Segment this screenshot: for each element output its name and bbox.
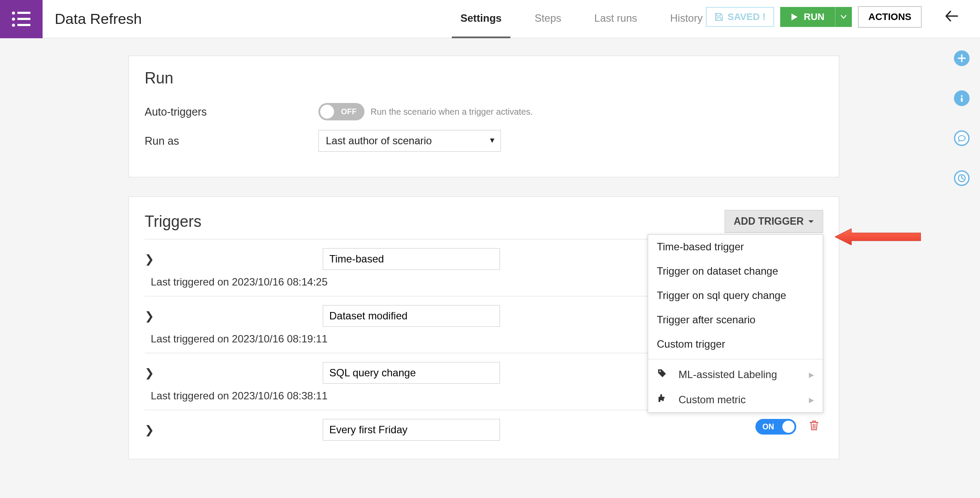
actions-label: ACTIONS: [868, 11, 911, 22]
chevron-right-icon: ▸: [809, 369, 814, 381]
clock-icon: [957, 173, 967, 183]
auto-triggers-label: Auto-triggers: [145, 106, 318, 118]
auto-triggers-row: Auto-triggers OFF Run the scenario when …: [145, 103, 823, 120]
header-buttons: SAVED ! RUN ACTIONS: [706, 6, 958, 28]
run-as-label: Run as: [145, 135, 318, 147]
trigger-name-input[interactable]: [323, 305, 500, 327]
rail-history-button[interactable]: [954, 170, 970, 186]
run-heading: Run: [145, 69, 823, 87]
run-label: RUN: [804, 11, 824, 23]
tag-icon: [656, 368, 668, 381]
auto-triggers-toggle[interactable]: OFF: [318, 103, 364, 120]
dropdown-sub-ml-labeling[interactable]: ML-assisted Labeling ▸: [648, 362, 823, 387]
list-icon: [11, 10, 31, 28]
tab-history[interactable]: History: [670, 12, 703, 26]
trigger-item: ❯ON: [145, 410, 823, 455]
auto-triggers-hint: Run the scenario when a trigger activate…: [371, 107, 533, 117]
dropdown-item-custom[interactable]: Custom trigger: [648, 332, 823, 356]
dropdown-item-after-scenario[interactable]: Trigger after scenario: [648, 308, 823, 332]
caret-down-icon: [808, 219, 814, 224]
run-as-select[interactable]: Last author of scenario: [318, 130, 501, 152]
trigger-name-input[interactable]: [323, 248, 500, 270]
svg-rect-5: [17, 24, 30, 26]
chat-icon: [957, 134, 966, 143]
svg-point-4: [12, 23, 15, 27]
triggers-header: Triggers ADD TRIGGER Time-based trigger …: [145, 210, 823, 239]
right-rail: [954, 50, 970, 186]
toggle-knob: [782, 421, 795, 433]
run-as-value: Last author of scenario: [326, 135, 432, 146]
info-icon: [958, 94, 966, 102]
dropdown-item-dataset-change[interactable]: Trigger on dataset change: [648, 259, 823, 283]
tab-steps[interactable]: Steps: [535, 12, 561, 26]
triggers-section: Triggers ADD TRIGGER Time-based trigger …: [129, 196, 839, 459]
rail-chat-button[interactable]: [954, 130, 970, 146]
svg-point-9: [659, 371, 661, 372]
toggle-state: OFF: [341, 107, 357, 116]
add-trigger-button[interactable]: ADD TRIGGER: [725, 210, 823, 233]
svg-point-0: [12, 11, 15, 14]
dropdown-sub-custom-metric[interactable]: Custom metric ▸: [648, 387, 823, 412]
saved-indicator: SAVED !: [706, 7, 775, 27]
rail-add-button[interactable]: [954, 50, 970, 66]
saved-label: SAVED !: [728, 11, 766, 23]
add-trigger-label: ADD TRIGGER: [734, 216, 804, 227]
trash-icon: [809, 420, 819, 431]
expand-chevron[interactable]: ❯: [145, 366, 159, 380]
tab-last-runs[interactable]: Last runs: [594, 12, 637, 26]
run-button-group: RUN: [780, 7, 852, 27]
svg-point-2: [12, 17, 15, 20]
add-trigger-dropdown: Time-based trigger Trigger on dataset ch…: [648, 234, 823, 413]
expand-chevron[interactable]: ❯: [145, 252, 159, 266]
caret-down-icon: [841, 15, 847, 19]
back-arrow[interactable]: [945, 10, 958, 23]
rail-info-button[interactable]: [954, 90, 970, 106]
svg-rect-3: [17, 18, 30, 20]
hamburger-menu[interactable]: [0, 0, 43, 38]
svg-rect-1: [17, 12, 30, 14]
trigger-name-input[interactable]: [323, 419, 500, 441]
callout-arrow: [834, 226, 921, 248]
actions-button[interactable]: ACTIONS: [858, 6, 922, 28]
triggers-heading: Triggers: [145, 212, 202, 231]
page-title: Data Refresh: [55, 10, 142, 27]
plus-icon: [958, 54, 966, 62]
run-section: Run Auto-triggers OFF Run the scenario w…: [129, 56, 839, 177]
expand-chevron[interactable]: ❯: [145, 309, 159, 323]
save-icon: [715, 13, 723, 21]
tabs: Settings Steps Last runs History: [460, 0, 702, 38]
main-content: Run Auto-triggers OFF Run the scenario w…: [129, 56, 839, 478]
arrow-left-icon: [945, 10, 958, 22]
trigger-row: ❯: [145, 419, 823, 441]
dropdown-sub-label-0: ML-assisted Labeling: [679, 369, 777, 381]
toggle-knob: [320, 105, 334, 119]
run-button[interactable]: RUN: [780, 7, 835, 27]
chevron-right-icon: ▸: [809, 394, 814, 406]
delete-trigger-button[interactable]: [809, 420, 819, 433]
puzzle-icon: [656, 393, 668, 406]
trigger-toggle[interactable]: ON: [755, 419, 796, 435]
header: Data Refresh Settings Steps Last runs Hi…: [0, 0, 980, 38]
trigger-name-input[interactable]: [323, 362, 500, 384]
dropdown-sub-label-1: Custom metric: [679, 394, 746, 406]
tab-settings[interactable]: Settings: [460, 12, 502, 26]
svg-rect-7: [961, 98, 963, 102]
dropdown-item-sql-change[interactable]: Trigger on sql query change: [648, 283, 823, 308]
expand-chevron[interactable]: ❯: [145, 423, 159, 437]
toggle-state: ON: [762, 422, 774, 432]
dropdown-separator: [648, 359, 823, 359]
play-icon: [791, 13, 798, 21]
run-as-row: Run as Last author of scenario: [145, 130, 823, 152]
trigger-actions: ON: [755, 419, 819, 435]
svg-point-6: [961, 95, 963, 97]
run-dropdown-button[interactable]: [835, 7, 852, 27]
dropdown-item-time-based[interactable]: Time-based trigger: [648, 235, 823, 259]
add-trigger-wrapper: ADD TRIGGER Time-based trigger Trigger o…: [725, 210, 823, 233]
